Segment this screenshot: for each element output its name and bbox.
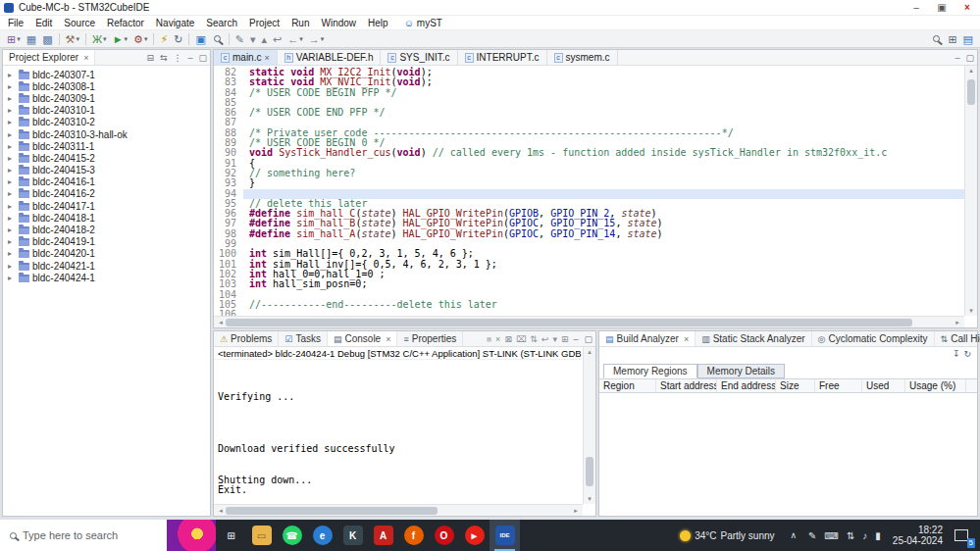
editor-vertical-scrollbar[interactable]: ▴ ▾ [964,66,977,316]
menu-item-refactor[interactable]: Refactor [101,18,150,28]
view-menu-icon[interactable]: ⋮ [170,53,184,63]
toolbar-last-edit-location-icon[interactable]: ↩ [270,31,284,47]
project-item-bldc-240418-2[interactable]: ▸bldc-240418-2 [3,224,210,235]
taskbar-whatsapp[interactable]: ☎ [277,520,307,551]
expand-arrow-icon[interactable]: ▸ [8,274,16,282]
code-line[interactable]: 92// something here? [214,169,964,178]
menu-item-window[interactable]: Window [315,18,362,28]
taskbar-stm32cubeide[interactable]: IDE [490,520,520,551]
battery-icon[interactable]: ▮ [871,530,885,541]
minimize-console-icon[interactable]: – [570,334,581,344]
action-center-icon[interactable]: 5 [954,529,968,541]
console-tab-problems[interactable]: ⚠Problems [214,331,279,346]
network-icon[interactable]: ⇅ [843,530,858,541]
column-header-region[interactable]: Region [599,379,656,392]
clock[interactable]: 18:22 25-04-2024 [885,525,951,546]
scroll-left-icon[interactable]: ◂ [216,506,226,516]
toolbar-save-icon[interactable]: ▦ [24,31,39,47]
vertical-scrollbar-thumb[interactable] [586,457,593,486]
refresh-analyzer-icon[interactable]: ↻ [961,349,973,359]
subtab-memory-regions[interactable]: Memory Regions [603,364,697,378]
toolbar-program-flash-icon[interactable]: ⚡ [157,31,171,47]
expand-arrow-icon[interactable]: ▸ [8,71,16,79]
expand-arrow-icon[interactable]: ▸ [8,142,16,151]
console-horizontal-scrollbar[interactable]: ◂ ▸ [214,504,583,516]
scroll-right-icon[interactable]: ▸ [953,318,962,327]
close-tab-icon[interactable]: × [386,334,390,344]
subtab-memory-details[interactable]: Memory Details [697,364,785,378]
toolbar-back-icon[interactable]: ←▾ [284,31,306,47]
expand-arrow-icon[interactable]: ▸ [8,237,16,246]
code-editor[interactable]: 82static void MX_I2C2_Init(void);83stati… [214,66,964,316]
search-highlight-image[interactable] [167,520,216,551]
scroll-lock-icon[interactable]: ⇅ [528,334,540,344]
maximize-editor-icon[interactable]: ▢ [962,53,977,63]
collapse-all-icon[interactable]: ⊟ [143,53,157,63]
menu-item-search[interactable]: Search [200,18,243,28]
remove-all-launches-icon[interactable]: ⊠ [502,334,514,344]
expand-arrow-icon[interactable]: ▸ [8,154,16,163]
console-output[interactable]: Verifying ... Download verified successf… [218,361,582,503]
toolbar-build-all-icon[interactable]: ⚒▾ [63,31,82,47]
project-item-bldc-240416-2[interactable]: ▸bldc-240416-2 [3,188,210,200]
expand-arrow-icon[interactable]: ▸ [8,106,16,115]
open-console-icon[interactable]: ⊞ [559,334,571,344]
menu-item-file[interactable]: File [2,18,29,28]
myst-menu[interactable]: ☺ myST [394,18,452,28]
minimize-window-button[interactable]: – [903,2,929,13]
column-header-size[interactable]: Size [776,379,815,392]
toolbar-refresh-icon[interactable]: ↻ [171,31,185,47]
code-line[interactable]: 98#define sim_hall_A(state) HAL_GPIO_Wri… [214,229,964,239]
toolbar-external-tools-icon[interactable]: ⚙▾ [130,31,150,47]
expand-arrow-icon[interactable]: ▸ [8,166,16,175]
toolbar-new-source-icon[interactable]: ▣ [192,31,208,47]
taskbar-opera[interactable]: O [429,520,459,551]
project-item-bldc-240311-1[interactable]: ▸bldc-240311-1 [3,140,210,152]
tray-expand-icon[interactable]: ∧ [783,530,805,540]
expand-arrow-icon[interactable]: ▸ [8,82,16,91]
toolbar-cpp-perspective-icon[interactable]: ▤ [960,31,976,47]
expand-arrow-icon[interactable]: ▸ [8,94,16,103]
expand-arrow-icon[interactable]: ▸ [8,202,16,211]
toolbar-debug-icon[interactable]: Ж▾ [89,31,110,47]
minimize-view-icon[interactable]: – [184,53,195,63]
console-tab-properties[interactable]: ≡Properties [397,331,463,346]
toolbar-forward-icon[interactable]: →▾ [306,31,328,47]
maximize-console-icon[interactable]: ▢ [581,334,595,344]
title-bar[interactable]: Cube-MC-b - STM32CubeIDE – ▣ × [0,0,980,16]
restore-window-button[interactable]: ▣ [929,2,954,13]
close-tab-icon[interactable]: × [264,53,269,63]
column-header-start-address[interactable]: Start address [656,379,717,392]
column-header-end-address[interactable]: End address [717,379,776,392]
taskbar-task-view[interactable]: ⊞ [216,520,246,551]
toolbar-new-icon[interactable]: ⊞▾ [4,31,24,47]
toolbar-next-annotation-icon[interactable]: ▾ [247,31,259,47]
project-item-bldc-240310-3-hall-ok[interactable]: ▸bldc-240310-3-hall-ok [3,128,210,140]
project-item-bldc-240415-2[interactable]: ▸bldc-240415-2 [3,152,210,164]
menu-item-source[interactable]: Source [58,18,101,28]
minimize-editor-icon[interactable]: – [952,53,962,63]
project-item-bldc-240416-1[interactable]: ▸bldc-240416-1 [3,176,210,188]
toolbar-save-all-icon[interactable]: ▩ [39,31,55,47]
taskbar-acrobat[interactable]: A [368,520,398,551]
analyzer-tab-cyclomatic-complexity[interactable]: ◎Cyclomatic Complexity [812,331,935,346]
editor-tab-sys-init-c[interactable]: cSYS_INIT.c [381,50,457,65]
scroll-down-icon[interactable]: ▾ [965,306,977,316]
taskbar-firefox[interactable]: f [398,520,429,551]
column-header-used[interactable]: Used [862,379,905,392]
project-item-bldc-240421-1[interactable]: ▸bldc-240421-1 [3,260,210,272]
editor-horizontal-scrollbar[interactable]: ◂ ▸ [214,316,964,327]
horizontal-scrollbar-thumb[interactable] [226,319,912,326]
taskbar-keil[interactable]: K [337,520,368,551]
terminate-icon[interactable]: ■ [485,334,493,344]
close-tab-icon[interactable]: × [83,53,88,63]
volume-icon[interactable]: ♪ [858,530,871,541]
project-item-bldc-240415-3[interactable]: ▸bldc-240415-3 [3,165,210,176]
analyzer-tab-call-hierarchy[interactable]: ⇅Call Hierarchy [935,331,980,346]
menu-item-project[interactable]: Project [243,18,285,28]
project-item-bldc-240420-1[interactable]: ▸bldc-240420-1 [3,248,210,260]
expand-arrow-icon[interactable]: ▸ [8,225,16,234]
weather-widget[interactable]: 34°C Partly sunny [672,530,782,541]
console-tab-tasks[interactable]: ☑Tasks [279,331,328,346]
code-line[interactable]: 84/* USER CODE BEGIN PFP */ [214,88,964,98]
